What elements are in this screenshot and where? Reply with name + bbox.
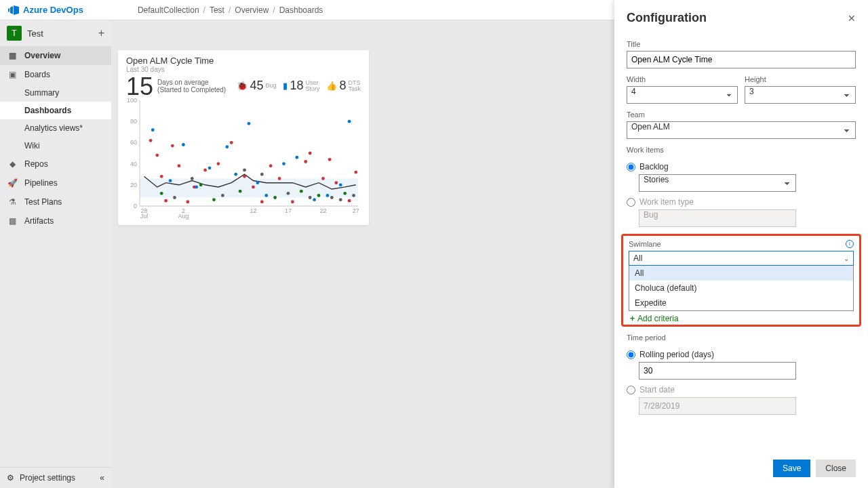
team-select[interactable]: Open ALM — [627, 121, 856, 139]
close-button[interactable]: Close — [816, 460, 856, 477]
radio-wit-input[interactable] — [627, 198, 635, 207]
rolling-input[interactable] — [639, 362, 796, 380]
svg-point-65 — [339, 198, 342, 201]
label-width: Width — [627, 75, 738, 83]
svg-point-51 — [212, 198, 216, 201]
svg-point-57 — [173, 196, 176, 199]
swimlane-option[interactable]: Choluca (default) — [629, 281, 853, 296]
sidebar-item-pipelines[interactable]: 🚀 Pipelines — [0, 174, 111, 192]
sidebar-item-summary[interactable]: Summary — [0, 84, 111, 102]
svg-point-29 — [328, 158, 332, 161]
label-swimlane: Swimlane — [629, 240, 854, 248]
sidebar-item-artifacts[interactable]: ▩ Artifacts — [0, 211, 111, 230]
project-settings[interactable]: ⚙ Project settings « — [0, 467, 111, 488]
breadcrumb-item[interactable]: Test — [210, 5, 224, 15]
svg-point-9 — [149, 139, 153, 142]
collapse-icon[interactable]: « — [100, 473, 104, 483]
settings-label: Project settings — [20, 473, 75, 483]
add-criteria-link[interactable]: + Add criteria — [630, 314, 854, 323]
app-name: Azure DevOps — [23, 5, 83, 15]
radio-workitemtype[interactable]: Work item type — [627, 197, 856, 207]
radio-startdate[interactable]: Start date — [627, 385, 856, 394]
gear-icon: ⚙ — [7, 473, 14, 483]
breadcrumb-item[interactable]: Dashboards — [279, 5, 323, 15]
svg-rect-0 — [140, 178, 358, 197]
svg-point-56 — [343, 192, 347, 195]
sidebar-item-repos[interactable]: ◆ Repos — [0, 155, 111, 174]
svg-text:40: 40 — [130, 161, 137, 167]
startdate-input — [639, 397, 796, 415]
stat-userstory: ▮ 18 UserStory — [283, 79, 319, 93]
breadcrumb-item[interactable]: Overview — [235, 5, 269, 15]
height-select[interactable]: 3 — [745, 86, 856, 104]
svg-point-52 — [239, 190, 242, 193]
svg-point-38 — [225, 145, 229, 148]
svg-text:27: 27 — [353, 207, 359, 214]
nav-label: Artifacts — [24, 216, 54, 226]
svg-point-44 — [295, 156, 298, 159]
nav-label: Wiki — [24, 141, 40, 150]
width-select[interactable]: 4 — [627, 86, 738, 104]
radio-startdate-input[interactable] — [627, 386, 635, 394]
close-icon[interactable]: ✕ — [848, 13, 856, 24]
label-height: Height — [745, 75, 856, 83]
save-button[interactable]: Save — [773, 460, 810, 477]
nav-label: Pipelines — [24, 178, 58, 188]
task-icon: 👍 — [326, 81, 337, 91]
add-icon[interactable]: + — [98, 27, 104, 39]
sidebar-item-dashboards[interactable]: Dashboards — [0, 102, 111, 119]
svg-point-14 — [178, 164, 181, 167]
svg-point-55 — [317, 194, 321, 197]
nav-label: Dashboards — [24, 106, 71, 115]
svg-text:Jul: Jul — [140, 213, 149, 220]
svg-point-39 — [234, 173, 237, 176]
artifacts-icon: ▩ — [7, 216, 18, 226]
swimlane-dropdown: All Choluca (default) Expedite — [629, 266, 854, 311]
project-avatar: T — [7, 26, 22, 41]
swimlane-option[interactable]: Expedite — [629, 296, 853, 310]
project-row[interactable]: T Test + — [0, 20, 111, 46]
swimlane-select[interactable]: All ⌄ — [629, 251, 854, 266]
panel-title: Configuration — [627, 11, 707, 25]
overview-icon: ▦ — [7, 50, 18, 61]
svg-point-21 — [252, 186, 255, 189]
radio-rolling-input[interactable] — [627, 350, 635, 359]
sidebar-item-analytics[interactable]: Analytics views* — [0, 119, 111, 137]
radio-backlog-input[interactable] — [627, 163, 635, 171]
breadcrumbs: DefaultCollection/ Test/ Overview/ Dashb… — [138, 5, 323, 15]
nav-label: Analytics views* — [24, 123, 83, 133]
svg-point-25 — [291, 200, 294, 203]
sidebar-item-testplans[interactable]: ⚗ Test Plans — [0, 192, 111, 211]
label-title: Title — [627, 40, 856, 48]
app-logo[interactable]: Azure DevOps — [8, 5, 83, 16]
svg-point-27 — [309, 152, 312, 155]
cycle-time-widget[interactable]: Open ALM Cycle Time Last 30 days 15 Days… — [118, 50, 369, 225]
svg-point-35 — [182, 143, 185, 146]
bug-icon: 🐞 — [237, 81, 248, 91]
svg-point-28 — [321, 177, 325, 180]
project-name: Test — [27, 28, 43, 39]
svg-point-17 — [203, 169, 207, 172]
sidebar-item-overview[interactable]: ▦ Overview — [0, 46, 111, 65]
radio-rolling[interactable]: Rolling period (days) — [627, 350, 856, 359]
big-number: 15 — [126, 75, 153, 99]
backlog-select[interactable]: Stories — [639, 174, 796, 192]
swimlane-option[interactable]: All — [629, 266, 853, 281]
svg-point-62 — [287, 192, 290, 195]
breadcrumb-item[interactable]: DefaultCollection — [138, 5, 199, 15]
sidebar-item-wiki[interactable]: Wiki — [0, 137, 111, 155]
svg-point-58 — [191, 177, 194, 180]
svg-point-60 — [243, 169, 246, 172]
nav-label: Summary — [24, 88, 59, 98]
radio-backlog[interactable]: Backlog — [627, 162, 856, 171]
nav-label: Boards — [24, 70, 50, 79]
svg-point-11 — [160, 175, 163, 178]
title-input[interactable] — [627, 51, 856, 68]
svg-point-41 — [256, 181, 259, 184]
svg-text:20: 20 — [130, 182, 137, 188]
svg-point-13 — [171, 144, 174, 148]
sidebar-item-boards[interactable]: ▣ Boards — [0, 65, 111, 84]
swimlane-highlight: Swimlane i All ⌄ All Choluca (default) E… — [621, 234, 861, 327]
svg-point-33 — [151, 128, 155, 131]
info-icon[interactable]: i — [846, 240, 854, 248]
